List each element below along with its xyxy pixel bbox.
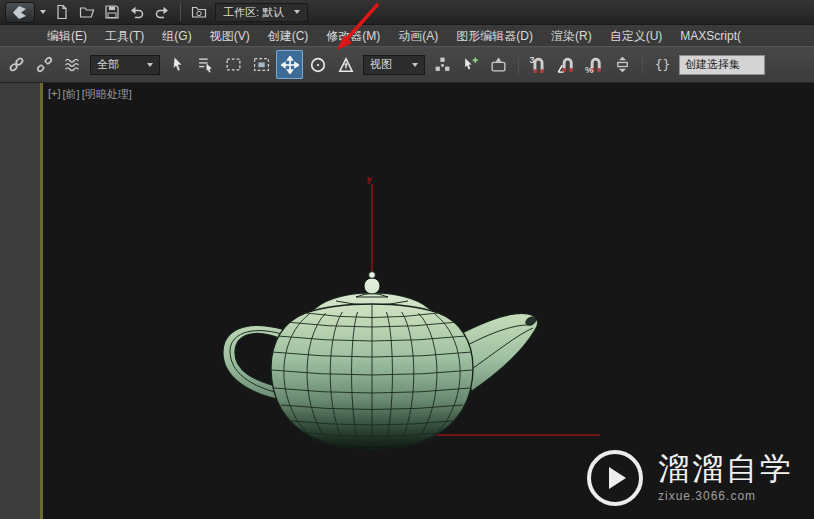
viewport-menu-view[interactable]: [前] [63,87,80,102]
select-and-link-button[interactable] [3,50,30,79]
menu-customize[interactable]: 自定义(U) [601,26,672,46]
percent-snap-toggle[interactable]: % [581,50,608,79]
3ds-max-logo [11,5,29,20]
workspace-label: 工作区: 默认 [223,5,284,20]
axis-y-label: y [367,174,372,184]
menu-views[interactable]: 视图(V) [201,26,259,46]
rotate-icon [309,56,327,74]
save-file-button[interactable] [100,1,124,23]
angle-snap-icon [557,55,576,74]
watermark-url: zixue.3066.com [658,489,794,503]
menu-graph-editors[interactable]: 图形编辑器(D) [447,26,542,46]
use-center-button[interactable] [429,50,456,79]
teapot-model[interactable] [223,272,538,449]
keyboard-override-toggle[interactable] [485,50,512,79]
menu-edit[interactable]: 编辑(E) [38,26,96,46]
spinner-snap-icon [613,55,632,74]
rect-region-icon [225,56,242,73]
main-toolbar: 全部 视图 3 % {} [0,46,814,83]
menu-create[interactable]: 创建(C) [259,26,318,46]
percent-snap-icon: % [585,55,604,74]
chevron-down-icon [412,63,418,67]
edit-named-selection-sets-button[interactable]: {} [649,50,676,79]
open-file-icon [79,4,95,20]
project-folder-icon [191,4,207,20]
space-warp-icon [64,56,81,73]
use-center-icon [434,56,451,73]
menubar: 编辑(E) 工具(T) 组(G) 视图(V) 创建(C) 修改器(M) 动画(A… [0,26,814,46]
viewport-label: [+] [前] [明暗处理] [48,87,132,102]
chevron-down-icon [294,10,300,14]
manipulate-icon [462,56,479,73]
menu-animation[interactable]: 动画(A) [389,26,447,46]
coordinate-system-value: 视图 [370,57,392,72]
scale-icon [337,56,355,74]
menu-group[interactable]: 组(G) [153,26,200,46]
rectangular-selection-region-button[interactable] [220,50,247,79]
unlink-selection-button[interactable] [31,50,58,79]
viewport-menu-general[interactable]: [+] [48,87,61,102]
select-and-manipulate-button[interactable] [457,50,484,79]
viewport-menu-shading[interactable]: [明暗处理] [82,87,132,102]
front-viewport[interactable]: [+] [前] [明暗处理] y [40,83,814,519]
workspace-dropdown[interactable]: 工作区: 默认 [215,3,308,22]
snap-toggle-3d-button[interactable]: 3 [525,50,552,79]
select-and-rotate-button[interactable] [304,50,331,79]
teapot-knob [364,278,380,294]
new-file-icon [54,4,70,20]
app-logo-button[interactable] [5,2,35,23]
select-object-button[interactable] [164,50,191,79]
app-menu-caret[interactable] [36,2,49,23]
snap-3d-icon: 3 [529,55,548,74]
spinner-snap-toggle[interactable] [609,50,636,79]
select-by-name-icon [197,56,214,73]
titlebar: 工作区: 默认 [0,0,814,25]
toolbar-separator [518,56,519,74]
select-and-scale-button[interactable] [332,50,359,79]
unlink-icon [36,56,53,73]
chevron-down-icon [147,63,153,67]
knob-tip [369,272,376,279]
keyboard-override-icon [490,56,507,73]
titlebar-separator [180,3,181,21]
angle-snap-toggle[interactable] [553,50,580,79]
reference-coordinate-dropdown[interactable]: 视图 [363,55,425,75]
bind-to-space-warp-button[interactable] [59,50,86,79]
watermark: 溜溜自学 zixue.3066.com [587,450,794,506]
menu-modifiers[interactable]: 修改器(M) [317,26,389,46]
play-logo-icon [587,450,643,506]
project-folder-button[interactable] [187,1,211,23]
watermark-brand: 溜溜自学 [658,453,794,484]
redo-icon [154,4,170,20]
window-crossing-toggle[interactable] [248,50,275,79]
undo-button[interactable] [125,1,149,23]
3ds-max-window: { "titlebar": { "workspace_label": "工作区:… [0,0,814,519]
new-file-button[interactable] [50,1,74,23]
edit-named-sets-icon: {} [655,57,671,72]
menu-tools[interactable]: 工具(T) [96,26,153,46]
svg-text:%: % [585,64,594,74]
chevron-down-icon [40,10,46,14]
svg-text:3: 3 [530,55,535,65]
selection-filter-dropdown[interactable]: 全部 [90,55,160,75]
play-triangle-icon [609,467,626,489]
toolbar-separator [642,56,643,74]
menu-rendering[interactable]: 渲染(R) [542,26,601,46]
select-by-name-button[interactable] [192,50,219,79]
select-and-move-button[interactable] [276,50,303,79]
watermark-text: 溜溜自学 zixue.3066.com [658,453,794,503]
undo-icon [129,4,145,20]
named-selection-set-value: 创建选择集 [685,57,740,72]
redo-button[interactable] [150,1,174,23]
select-object-icon [169,56,186,73]
selection-filter-value: 全部 [97,57,119,72]
open-file-button[interactable] [75,1,99,23]
link-icon [8,56,25,73]
window-crossing-icon [253,56,270,73]
save-file-icon [104,4,120,20]
move-icon [281,56,299,74]
menu-maxscript[interactable]: MAXScript( [671,27,750,45]
named-selection-set-field[interactable]: 创建选择集 [679,55,765,75]
